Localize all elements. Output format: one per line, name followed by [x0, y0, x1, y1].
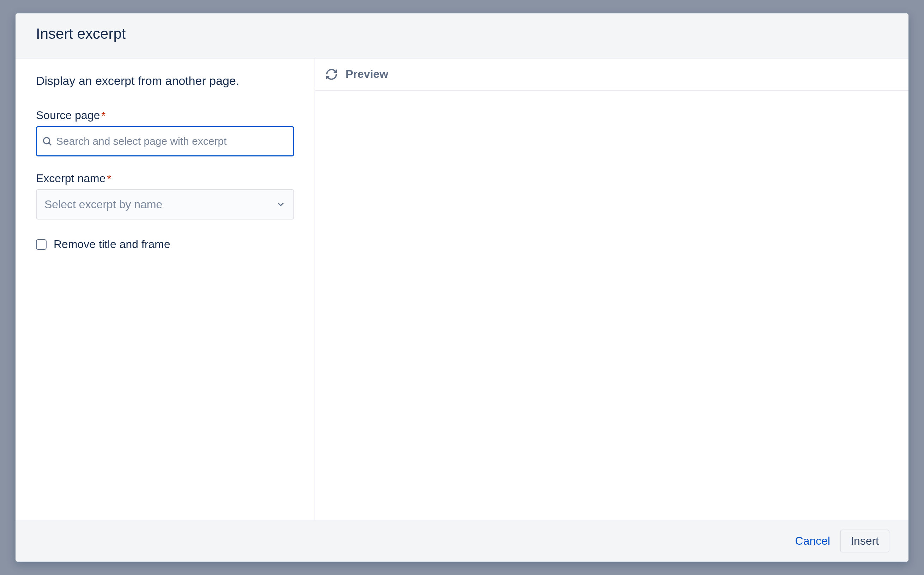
insert-excerpt-dialog: Insert excerpt Display an excerpt from a… [16, 13, 908, 562]
source-page-label-text: Source page [36, 109, 100, 122]
chevron-down-icon [276, 199, 286, 209]
excerpt-name-field: Excerpt name* Select excerpt by name [36, 172, 294, 219]
form-panel: Display an excerpt from another page. So… [16, 59, 315, 520]
dialog-body: Display an excerpt from another page. So… [16, 59, 908, 520]
dialog-header: Insert excerpt [16, 13, 908, 59]
search-icon [42, 136, 53, 146]
svg-point-0 [43, 137, 50, 144]
required-indicator: * [107, 173, 111, 184]
preview-label: Preview [346, 68, 388, 81]
dialog-description: Display an excerpt from another page. [36, 74, 294, 88]
remove-frame-row[interactable]: Remove title and frame [36, 238, 294, 251]
excerpt-name-label-text: Excerpt name [36, 172, 105, 184]
source-page-field: Source page* [36, 109, 294, 156]
excerpt-name-placeholder: Select excerpt by name [45, 198, 162, 211]
remove-frame-label: Remove title and frame [54, 238, 170, 251]
source-page-label: Source page* [36, 109, 294, 122]
dialog-footer: Cancel Insert [16, 520, 908, 562]
svg-line-1 [49, 143, 51, 145]
cancel-button[interactable]: Cancel [795, 534, 830, 548]
dialog-title: Insert excerpt [36, 25, 888, 42]
excerpt-name-select[interactable]: Select excerpt by name [36, 189, 294, 219]
insert-button[interactable]: Insert [840, 529, 889, 553]
source-page-input-wrap[interactable] [36, 126, 294, 156]
excerpt-name-label: Excerpt name* [36, 172, 294, 185]
remove-frame-checkbox[interactable] [36, 239, 46, 250]
source-page-input[interactable] [56, 135, 288, 147]
required-indicator: * [101, 110, 105, 121]
preview-panel: Preview [315, 59, 908, 520]
preview-header: Preview [315, 59, 908, 91]
refresh-icon[interactable] [325, 68, 338, 81]
preview-content [315, 91, 908, 520]
